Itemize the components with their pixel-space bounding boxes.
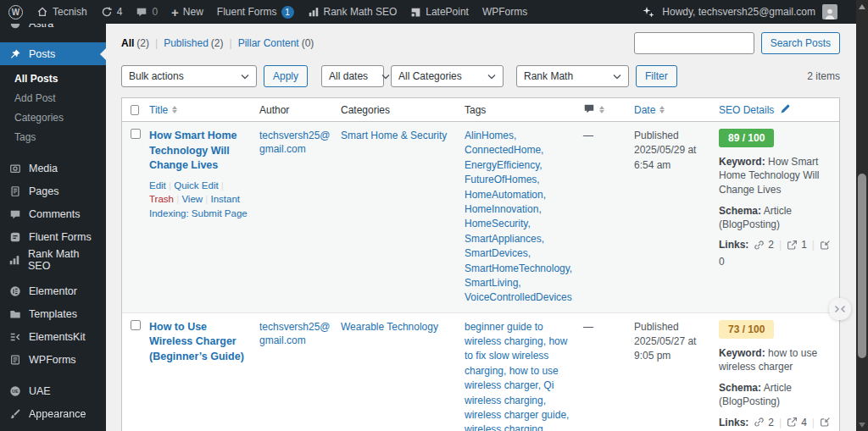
edit-link[interactable]: Edit [149, 180, 166, 191]
categories-cell: Wearable Technology [337, 313, 461, 431]
items-count: 2 items [807, 70, 840, 82]
internal-link-count: 2 [768, 416, 774, 429]
sidebar-item-rank-math[interactable]: Rank Math SEO [0, 248, 106, 271]
sidebar-item-plugins[interactable]: Plugins [0, 425, 106, 431]
admin-sidebar: Astra Posts All Posts Add Post Categorie… [0, 24, 106, 431]
scrollbar-thumb[interactable] [858, 174, 866, 358]
elementor-icon [8, 285, 21, 297]
select-all-checkbox[interactable] [131, 105, 139, 115]
plus-icon: + [171, 6, 179, 19]
sort-arrows-icon [599, 106, 604, 113]
sidebar-item-astra[interactable]: Astra [0, 24, 106, 36]
post-title-link[interactable]: How to Use Wireless Charger (Beginner’s … [149, 320, 249, 365]
ai-sparkle-icon[interactable] [642, 5, 655, 19]
latepoint-icon [410, 7, 421, 18]
active-menu-arrow [100, 48, 106, 60]
sidebar-item-uae[interactable]: UE UAE [0, 379, 106, 402]
submenu-tags[interactable]: Tags [0, 127, 106, 146]
view-all[interactable]: All (2) [121, 37, 164, 49]
tag-links[interactable]: beginner guide to wireless charging, how… [465, 321, 569, 431]
post-title-link[interactable]: How Smart Home Technology Will Change Li… [149, 129, 249, 174]
table-header-row: Title Author Categories Tags Date SEO De… [122, 98, 839, 122]
wordpress-logo-icon[interactable]: W [8, 5, 23, 19]
author-link[interactable]: techsversh25@gmail.com [259, 321, 331, 346]
author-cell: techsversh25@gmail.com [256, 122, 337, 312]
sidebar-item-elementor[interactable]: Elementor [0, 279, 106, 302]
incoming-link-icon [820, 240, 831, 251]
category-link[interactable]: Wearable Technology [341, 321, 438, 333]
view-published[interactable]: Published (2) [164, 37, 238, 49]
howdy-account-menu[interactable]: Howdy, techsversh25@gmail.com [662, 6, 815, 18]
bulk-actions-select[interactable]: Bulk actions [121, 65, 257, 87]
sidebar-item-comments[interactable]: Comments [0, 202, 106, 225]
list-table-toolbar: Bulk actions Apply All dates All Categor… [121, 65, 840, 87]
title-cell: How to Use Wireless Charger (Beginner’s … [146, 313, 256, 431]
view-link[interactable]: View [174, 194, 203, 204]
wpforms-menu[interactable]: WPForms [482, 6, 527, 18]
sidebar-item-templates[interactable]: Templates [0, 302, 106, 325]
floating-collapse-handle[interactable] [829, 298, 851, 320]
sidebar-item-wpforms[interactable]: WPForms [0, 348, 106, 371]
chevron-down-icon [241, 74, 249, 80]
fluent-forms-menu[interactable]: Fluent Forms 1 [217, 6, 294, 19]
site-name-menu[interactable]: Tecnish [36, 6, 87, 18]
comments-menu[interactable]: 0 [136, 6, 158, 18]
tags-cell: beginner guide to wireless charging, how… [461, 313, 580, 431]
sidebar-item-elementskit[interactable]: ElementsKit [0, 325, 106, 348]
scroll-up-arrow-icon[interactable] [859, 4, 865, 9]
submenu-add-post[interactable]: Add Post [0, 88, 106, 108]
tag-links[interactable]: AlinHomes, ConnectedHome, EnergyEfficien… [465, 130, 572, 303]
post-status-views: All (2) Published (2) Pillar Content (0) [121, 37, 314, 49]
posts-page: All (2) Published (2) Pillar Content (0)… [106, 24, 856, 431]
seo-score-badge: 73 / 100 [719, 320, 774, 339]
browser-scrollbar[interactable] [856, 0, 868, 431]
sidebar-item-appearance[interactable]: Appearance [0, 402, 106, 425]
scroll-down-arrow-icon[interactable] [859, 423, 865, 428]
column-date[interactable]: Date [631, 104, 715, 116]
seo-links: Links: 2 | 1 | 0 [719, 238, 832, 268]
search-posts-input[interactable] [634, 32, 754, 54]
admin-bar-right: Howdy, techsversh25@gmail.com [642, 4, 851, 19]
submenu-categories[interactable]: Categories [0, 108, 106, 127]
latepoint-menu[interactable]: LatePoint [410, 6, 469, 18]
column-comments[interactable] [580, 102, 631, 117]
view-pillar-content[interactable]: Pillar Content (0) [238, 37, 314, 49]
external-link-count: 1 [801, 238, 807, 251]
author-cell: techsversh25@gmail.com [256, 313, 337, 431]
user-avatar[interactable] [822, 4, 837, 19]
quick-edit-link[interactable]: Quick Edit [166, 180, 219, 191]
comments-cell: — [580, 313, 631, 431]
row-actions: EditQuick EditTrashViewInstant Indexing:… [149, 179, 249, 221]
chevron-down-icon [487, 74, 496, 80]
author-link[interactable]: techsversh25@gmail.com [259, 130, 331, 155]
all-dates-select[interactable]: All dates [321, 65, 384, 87]
sidebar-item-fluent-forms[interactable]: Fluent Forms [0, 225, 106, 248]
sidebar-item-pages[interactable]: Pages [0, 180, 106, 202]
rank-math-menu[interactable]: Rank Math SEO [308, 6, 398, 18]
tags-cell: AlinHomes, ConnectedHome, EnergyEfficien… [461, 122, 580, 312]
submenu-all-posts[interactable]: All Posts [0, 69, 106, 88]
rank-math-chart-icon [308, 6, 320, 18]
post-row: How to Use Wireless Charger (Beginner’s … [122, 312, 839, 431]
new-content-menu[interactable]: + New [171, 6, 203, 19]
column-seo-details[interactable]: SEO Details [715, 103, 839, 117]
seo-details-cell: 89 / 100 Keyword: How Smart Home Technol… [715, 122, 839, 312]
comments-cell: — [580, 122, 631, 312]
external-link-count: 4 [801, 416, 807, 429]
apply-button[interactable]: Apply [264, 65, 308, 87]
select-post-checkbox[interactable] [131, 129, 141, 139]
search-posts-button[interactable]: Search Posts [761, 32, 840, 54]
select-post-checkbox[interactable] [131, 320, 141, 330]
sidebar-item-posts[interactable]: Posts [0, 42, 106, 65]
sidebar-item-media[interactable]: Media [0, 157, 106, 180]
all-categories-select[interactable]: All Categories [391, 65, 504, 87]
pages-icon [8, 185, 21, 197]
category-link[interactable]: Smart Home & Security [341, 130, 447, 141]
date-cell: Published 2025/05/29 at 6:54 am [631, 122, 715, 312]
filter-button[interactable]: Filter [636, 65, 677, 87]
rank-math-filter-select[interactable]: Rank Math [516, 65, 629, 87]
updates-menu[interactable]: 4 [101, 6, 123, 18]
column-title[interactable]: Title [146, 104, 256, 116]
column-categories: Categories [337, 104, 461, 116]
column-author: Author [256, 104, 337, 116]
